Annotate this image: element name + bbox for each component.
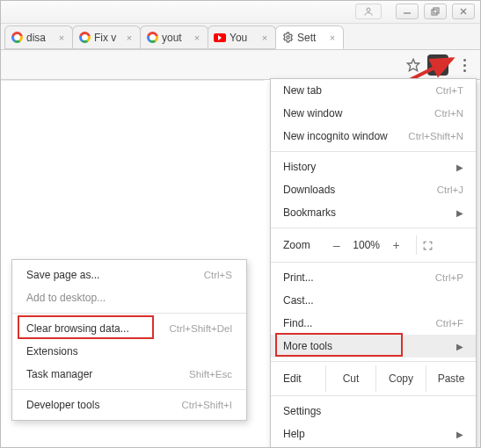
menu-new-incognito[interactable]: New incognito window Ctrl+Shift+N [271, 125, 476, 148]
browser-window: disa × Fix v × yout × You × Sett × [0, 0, 481, 448]
submenu-extensions[interactable]: Extensions [12, 340, 246, 363]
menu-print[interactable]: Print... Ctrl+P [271, 266, 476, 289]
tab-0[interactable]: disa × [4, 25, 73, 49]
chrome-main-menu: New tab Ctrl+T New window Ctrl+N New inc… [270, 78, 477, 448]
svg-rect-3 [434, 8, 439, 13]
menu-more-tools[interactable]: More tools ▶ [271, 335, 476, 358]
menu-label: Developer tools [26, 399, 99, 411]
google-icon [78, 32, 91, 44]
zoom-out-button[interactable]: – [326, 236, 347, 254]
window-controls [396, 4, 475, 19]
profile-button[interactable] [355, 4, 382, 19]
submenu-add-desktop[interactable]: Add to desktop... [12, 286, 246, 309]
extension-button[interactable] [427, 54, 448, 76]
menu-shortcut: Shift+Esc [189, 369, 232, 379]
youtube-icon [214, 32, 226, 44]
bookmark-star-icon[interactable] [404, 56, 422, 74]
menu-history[interactable]: History ▶ [271, 155, 476, 178]
menu-separator [271, 395, 476, 396]
menu-label: Zoom [283, 239, 310, 251]
close-button[interactable] [452, 4, 475, 19]
menu-label: Save page as... [26, 269, 99, 281]
gear-icon [281, 32, 294, 44]
menu-label: More tools [283, 340, 332, 352]
menu-shortcut: Ctrl+T [435, 85, 463, 96]
menu-separator [12, 389, 246, 390]
submenu-arrow-icon: ▶ [448, 163, 463, 172]
close-icon[interactable]: × [56, 33, 67, 43]
menu-find[interactable]: Find... Ctrl+F [271, 312, 476, 335]
google-icon [146, 32, 158, 44]
menu-label: History [283, 161, 316, 173]
tab-label: yout [162, 32, 188, 44]
menu-shortcut: Ctrl+F [435, 318, 463, 329]
menu-shortcut: Ctrl+Shift+N [408, 131, 463, 141]
menu-separator [271, 151, 476, 152]
more-tools-submenu: Save page as... Ctrl+S Add to desktop...… [11, 259, 247, 421]
menu-label: New tab [283, 84, 322, 97]
zoom-in-button[interactable]: + [386, 236, 407, 254]
maximize-button[interactable] [424, 4, 447, 19]
menu-settings[interactable]: Settings [271, 400, 476, 423]
tab-1[interactable]: Fix v × [72, 25, 141, 49]
close-icon[interactable]: × [259, 33, 270, 43]
close-icon[interactable]: × [327, 33, 338, 43]
menu-shortcut: Ctrl+P [435, 272, 463, 283]
menu-label: Find... [283, 317, 312, 329]
tab-label: You [230, 32, 256, 44]
zoom-level: 100% [351, 239, 383, 251]
tab-label: disa [26, 32, 53, 44]
menu-separator [271, 262, 476, 263]
tab-label: Fix v [94, 32, 120, 44]
menu-label: New window [283, 107, 342, 119]
window-titlebar [1, 1, 480, 24]
fullscreen-button[interactable] [416, 235, 439, 255]
menu-zoom: Zoom – 100% + [271, 232, 476, 258]
menu-downloads[interactable]: Downloads Ctrl+J [271, 178, 476, 201]
submenu-task-manager[interactable]: Task manager Shift+Esc [12, 363, 246, 386]
menu-separator [271, 361, 476, 362]
svg-point-6 [286, 36, 288, 39]
submenu-save-page[interactable]: Save page as... Ctrl+S [12, 264, 246, 286]
menu-shortcut: Ctrl+N [434, 108, 463, 119]
menu-label: Settings [283, 405, 321, 417]
content-area [1, 80, 265, 83]
menu-label: New incognito window [283, 130, 388, 142]
menu-separator [12, 313, 246, 314]
menu-help[interactable]: Help ▶ [271, 423, 476, 445]
menu-bookmarks[interactable]: Bookmarks ▶ [271, 201, 476, 224]
menu-edit-row: Edit Cut Copy Paste [271, 365, 476, 392]
menu-shortcut: Ctrl+Shift+Del [169, 323, 232, 334]
menu-label: Downloads [283, 184, 335, 196]
menu-cast[interactable]: Cast... [271, 289, 476, 312]
submenu-clear-browsing-data[interactable]: Clear browsing data... Ctrl+Shift+Del [12, 317, 246, 340]
edit-copy-button[interactable]: Copy [375, 365, 426, 392]
submenu-arrow-icon: ▶ [448, 208, 463, 218]
submenu-developer-tools[interactable]: Developer tools Ctrl+Shift+I [12, 394, 246, 416]
edit-cut-button[interactable]: Cut [325, 365, 375, 392]
tab-label: Sett [297, 32, 324, 44]
tab-2[interactable]: yout × [140, 25, 208, 49]
menu-new-window[interactable]: New window Ctrl+N [271, 102, 476, 125]
close-icon[interactable]: × [192, 33, 202, 43]
close-icon[interactable]: × [124, 33, 135, 43]
menu-label: Clear browsing data... [26, 322, 129, 335]
svg-point-0 [367, 8, 370, 11]
svg-marker-7 [407, 59, 419, 70]
menu-label: Help [283, 428, 305, 440]
edit-paste-button[interactable]: Paste [426, 365, 476, 392]
menu-separator [271, 228, 476, 228]
svg-rect-2 [432, 10, 437, 15]
menu-new-tab[interactable]: New tab Ctrl+T [271, 79, 476, 102]
submenu-arrow-icon: ▶ [448, 430, 463, 439]
menu-label: Task manager [26, 368, 92, 380]
tab-strip: disa × Fix v × yout × You × Sett × [1, 24, 480, 50]
chrome-menu-button[interactable] [454, 54, 475, 76]
browser-toolbar [1, 50, 480, 80]
toolbar-right [404, 54, 475, 76]
menu-shortcut: Ctrl+J [437, 184, 463, 195]
tab-3[interactable]: You × [208, 25, 276, 49]
tab-4[interactable]: Sett × [275, 25, 344, 49]
minimize-button[interactable] [396, 4, 419, 19]
menu-label: Bookmarks [283, 206, 336, 219]
